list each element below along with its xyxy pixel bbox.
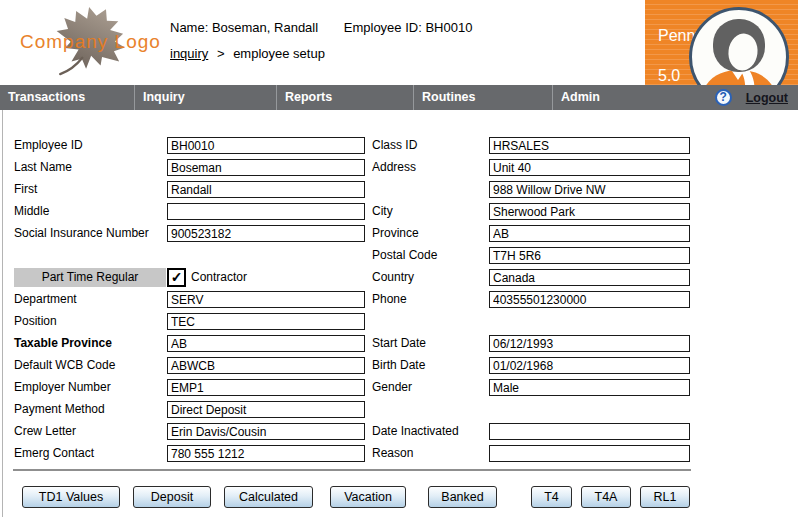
city-input[interactable] (489, 203, 690, 220)
taxable-province-input[interactable] (167, 335, 365, 352)
nav-item-admin[interactable]: Admin (553, 85, 665, 110)
gender-label: Gender (372, 379, 412, 396)
user-avatar (687, 5, 791, 85)
address-line2-input[interactable] (489, 181, 690, 198)
city-label: City (372, 203, 393, 220)
postal-code-input[interactable] (489, 247, 690, 264)
postal-code-label: Postal Code (372, 247, 437, 264)
banked-button[interactable]: Banked (428, 486, 497, 508)
help-icon[interactable]: ? (715, 89, 732, 106)
checkmark-icon: ✓ (171, 269, 183, 285)
reason-input[interactable] (489, 445, 690, 462)
brand-panel: Penny 5.0 (645, 0, 798, 85)
employer-number-label: Employer Number (14, 379, 111, 396)
employee-id-text: Employee ID: BH0010 (344, 20, 473, 35)
breadcrumb: inquiry > employee setup (170, 46, 325, 61)
employee-id-label: Employee ID (14, 137, 83, 154)
calculated-button[interactable]: Calculated (224, 486, 313, 508)
phone-label: Phone (372, 291, 407, 308)
class-id-input[interactable] (489, 137, 690, 154)
main-nav: Transactions Inquiry Reports Routines Ad… (0, 85, 798, 110)
class-id-label: Class ID (372, 137, 417, 154)
province-input[interactable] (489, 225, 690, 242)
date-inactivated-input[interactable] (489, 423, 690, 440)
breadcrumb-current: employee setup (233, 46, 325, 61)
payment-method-input[interactable] (167, 401, 365, 418)
last-name-input[interactable] (167, 159, 365, 176)
footer-divider (13, 469, 691, 471)
country-input[interactable] (489, 269, 690, 286)
department-input[interactable] (167, 291, 365, 308)
header: Company Logo Name: Boseman, Randall Empl… (0, 0, 798, 85)
employee-setup-page: Company Logo Name: Boseman, Randall Empl… (0, 0, 798, 517)
nav-item-transactions[interactable]: Transactions (0, 85, 135, 110)
emerg-contact-input[interactable] (167, 445, 365, 462)
sin-input[interactable] (167, 225, 365, 242)
position-label: Position (14, 313, 57, 330)
nav-item-routines[interactable]: Routines (414, 85, 553, 110)
middle-name-input[interactable] (167, 203, 365, 220)
vacation-button[interactable]: Vacation (330, 486, 406, 508)
brand-version-text: 5.0 (658, 67, 680, 84)
rl1-button[interactable]: RL1 (640, 486, 690, 508)
default-wcb-code-label: Default WCB Code (14, 357, 115, 374)
first-name-input[interactable] (167, 181, 365, 198)
employer-number-input[interactable] (167, 379, 365, 396)
employee-id-input[interactable] (167, 137, 365, 154)
sin-label: Social Insurance Number (14, 225, 149, 242)
province-label: Province (372, 225, 419, 242)
logout-link[interactable]: Logout (746, 91, 788, 105)
breadcrumb-inquiry-link[interactable]: inquiry (170, 46, 208, 61)
payment-method-label: Payment Method (14, 401, 105, 418)
date-inactivated-label: Date Inactivated (372, 423, 459, 440)
contractor-label: Contractor (191, 269, 247, 286)
middle-name-label: Middle (14, 203, 49, 220)
crew-letter-label: Crew Letter (14, 423, 76, 440)
t4-button[interactable]: T4 (531, 486, 572, 508)
first-name-label: First (14, 181, 37, 198)
employee-name-text: Name: Boseman, Randall (170, 20, 318, 35)
emerg-contact-label: Emerg Contact (14, 445, 94, 462)
gender-input[interactable] (489, 379, 690, 396)
nav-item-reports[interactable]: Reports (277, 85, 414, 110)
address-line1-input[interactable] (489, 159, 690, 176)
nav-item-inquiry[interactable]: Inquiry (135, 85, 277, 110)
start-date-label: Start Date (372, 335, 426, 352)
address-label: Address (372, 159, 416, 176)
part-time-regular-button[interactable]: Part Time Regular (14, 268, 166, 287)
breadcrumb-separator: > (217, 46, 225, 61)
phone-input[interactable] (489, 291, 690, 308)
contractor-checkbox[interactable]: ✓ (167, 268, 186, 287)
deposit-button[interactable]: Deposit (133, 486, 211, 508)
reason-label: Reason (372, 445, 413, 462)
taxable-province-label: Taxable Province (14, 335, 112, 352)
department-label: Department (14, 291, 77, 308)
td1-values-button[interactable]: TD1 Values (22, 486, 120, 508)
position-input[interactable] (167, 313, 365, 330)
company-logo-text: Company Logo (20, 31, 161, 53)
company-logo[interactable]: Company Logo (10, 4, 170, 84)
birth-date-input[interactable] (489, 357, 690, 374)
crew-letter-input[interactable] (167, 423, 365, 440)
t4a-button[interactable]: T4A (581, 486, 631, 508)
start-date-input[interactable] (489, 335, 690, 352)
last-name-label: Last Name (14, 159, 72, 176)
default-wcb-code-input[interactable] (167, 357, 365, 374)
country-label: Country (372, 269, 414, 286)
birth-date-label: Birth Date (372, 357, 425, 374)
